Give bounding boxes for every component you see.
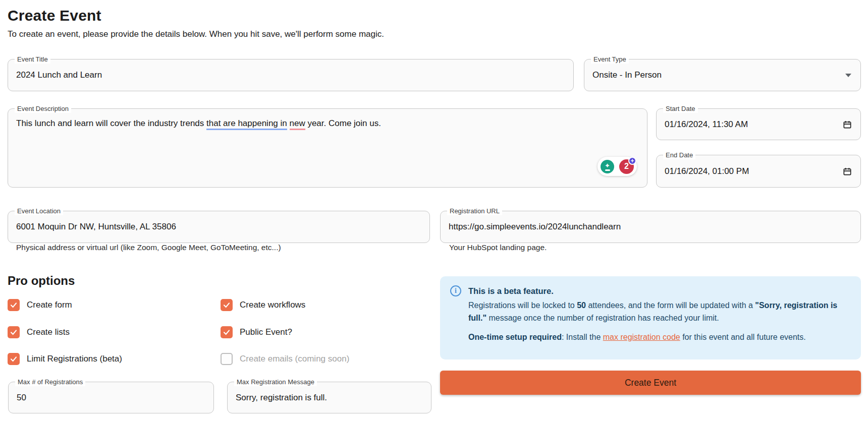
checkbox-create-form[interactable]: Create form	[8, 299, 72, 311]
checkbox-checked-icon[interactable]	[8, 326, 20, 338]
checkbox-create-lists[interactable]: Create lists	[8, 326, 70, 338]
grammarly-widget[interactable]: ✦ 2 +	[598, 157, 637, 176]
event-title-field[interactable]: Event Title	[8, 59, 574, 91]
event-type-value: Onsite - In Person	[592, 70, 662, 80]
page-subtitle: To create an event, please provide the d…	[8, 29, 384, 39]
checkbox-checked-icon[interactable]	[8, 299, 20, 311]
registration-url-helper: Your HubSpot landing page.	[449, 243, 547, 252]
registration-url-field[interactable]: Registration URL	[440, 211, 861, 243]
start-date-label: Start Date	[663, 104, 698, 113]
calendar-icon[interactable]	[842, 166, 852, 176]
spelling-suggestion-red: new	[290, 118, 305, 130]
max-registration-message-input[interactable]	[236, 393, 423, 403]
checkbox-label: Create lists	[27, 327, 70, 337]
grammarly-premium-plus-icon: +	[628, 157, 636, 165]
checkbox-public-event[interactable]: Public Event?	[221, 326, 292, 338]
create-event-page: Create Event To create an event, please …	[0, 0, 868, 421]
max-registration-message-field[interactable]: Max Registration Message	[227, 382, 431, 413]
max-registrations-label: Max # of Registrations	[15, 378, 85, 386]
end-date-label: End Date	[663, 151, 695, 159]
start-date-value: 01/16/2024, 11:30 AM	[665, 119, 748, 130]
chevron-down-icon[interactable]	[845, 74, 851, 77]
create-event-button[interactable]: Create Event	[440, 371, 861, 395]
event-description-label: Event Description	[15, 104, 71, 113]
checkbox-label: Create workflows	[240, 300, 305, 310]
beta-box-title: This is a beta feature.	[468, 285, 851, 297]
max-registration-code-link[interactable]: max registration code	[603, 333, 680, 341]
checkbox-label: Create emails (coming soon)	[240, 354, 349, 364]
event-type-label: Event Type	[591, 55, 629, 64]
grammar-suggestion-blue: that are happening in	[206, 118, 287, 130]
checkbox-label: Limit Registrations (beta)	[27, 354, 122, 364]
max-registrations-field[interactable]: Max # of Registrations	[8, 382, 214, 413]
beta-box-line1: Registrations will be locked to 50 atten…	[468, 299, 851, 324]
checkbox-label: Public Event?	[240, 327, 292, 337]
calendar-icon[interactable]	[842, 119, 852, 130]
beta-feature-info-box: i This is a beta feature. Registrations …	[440, 276, 861, 359]
event-location-helper: Physical address or virtual url (like Zo…	[16, 243, 281, 252]
grammarly-suggestion-icon[interactable]: ✦	[601, 160, 614, 173]
checkbox-checked-icon[interactable]	[221, 326, 233, 338]
checkbox-checked-icon[interactable]	[8, 353, 20, 365]
registration-url-input[interactable]	[449, 222, 852, 232]
event-location-label: Event Location	[15, 207, 63, 215]
checkbox-unchecked-icon	[221, 353, 233, 365]
event-description-field[interactable]: Event Description This lunch and learn w…	[8, 108, 647, 188]
event-location-input[interactable]	[16, 222, 421, 232]
event-title-input[interactable]	[16, 70, 565, 80]
checkbox-create-workflows[interactable]: Create workflows	[221, 299, 305, 311]
registration-url-label: Registration URL	[447, 207, 502, 215]
start-date-field[interactable]: Start Date 01/16/2024, 11:30 AM	[656, 108, 861, 140]
end-date-value: 01/16/2024, 01:00 PM	[665, 166, 749, 176]
max-registrations-input[interactable]	[17, 393, 205, 403]
page-title: Create Event	[8, 7, 101, 24]
end-date-field[interactable]: End Date 01/16/2024, 01:00 PM	[656, 155, 861, 188]
info-icon: i	[450, 285, 461, 296]
checkbox-label: Create form	[27, 300, 72, 310]
checkbox-limit-registrations[interactable]: Limit Registrations (beta)	[8, 353, 122, 365]
event-type-select[interactable]: Event Type Onsite - In Person	[584, 59, 861, 91]
checkbox-create-emails: Create emails (coming soon)	[221, 353, 349, 365]
checkbox-checked-icon[interactable]	[221, 299, 233, 311]
pro-options-heading: Pro options	[8, 274, 75, 288]
event-location-field[interactable]: Event Location	[8, 211, 430, 243]
max-registration-message-label: Max Registration Message	[234, 378, 317, 386]
event-description-text[interactable]: This lunch and learn will cover the indu…	[16, 117, 381, 130]
event-title-label: Event Title	[15, 55, 50, 64]
grammarly-alert-count-badge[interactable]: 2 +	[619, 159, 634, 174]
beta-box-line2: One-time setup required: Install the max…	[468, 331, 851, 343]
